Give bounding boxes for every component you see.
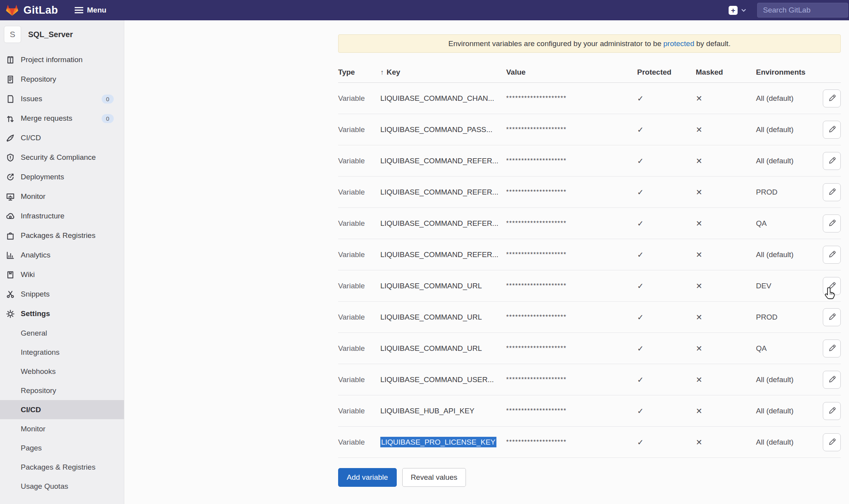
masked-cross-icon: ✕ [696,188,756,197]
variable-key-text: LIQUIBASE_COMMAND_URL [380,313,482,321]
reveal-values-button[interactable]: Reveal values [402,468,466,487]
protected-check-icon: ✓ [637,344,696,353]
sidebar-item-wiki[interactable]: Wiki [0,265,124,284]
sidebar-item-monitor[interactable]: Monitor [0,187,124,206]
sidebar-subitem-monitor[interactable]: Monitor [0,419,124,438]
variable-type: Variable [338,219,380,228]
project-header-link[interactable]: S SQL_Server [0,20,124,47]
sidebar-item-deployments[interactable]: Deployments [0,167,124,187]
edit-variable-button[interactable] [823,121,841,139]
variable-environments: All (default) [756,157,816,165]
variable-masked-value: ******************** [506,376,637,383]
variable-key: LIQUIBASE_COMMAND_CHAN... [380,94,506,103]
monitor-icon [5,192,15,201]
sidebar-subitem-integrations[interactable]: Integrations [0,343,124,362]
sidebar-subitem-repository[interactable]: Repository [0,381,124,400]
sidebar-item-project-information[interactable]: Project information [0,50,124,70]
edit-variable-button[interactable] [823,214,841,232]
sidebar-item-label: Issues [21,95,42,103]
sidebar-subitem-webhooks[interactable]: Webhooks [0,362,124,381]
variable-environments: DEV [756,282,816,290]
count-badge: 0 [102,114,114,123]
variable-key: LIQUIBASE_COMMAND_URL [380,344,506,353]
variable-environments: All (default) [756,407,816,415]
rocket-icon [5,133,15,143]
sidebar-item-security-compliance[interactable]: Security & Compliance [0,148,124,167]
edit-variable-button[interactable] [823,340,841,357]
deployments-icon [5,172,15,182]
sidebar-subitem-packages-registries[interactable]: Packages & Registries [0,458,124,477]
merge-requests-icon [5,114,15,123]
protected-check-icon: ✓ [637,375,696,384]
sidebar-subitem-pages[interactable]: Pages [0,438,124,458]
sidebar-item-repository[interactable]: Repository [0,70,124,89]
variable-row: VariableLIQUIBASE_HUB_API_KEY***********… [338,395,841,427]
banner-text: Environment variables are configured by … [448,39,661,48]
column-header-key[interactable]: ↑Key [380,68,506,77]
issues-icon [5,94,15,104]
edit-variable-button[interactable] [823,308,841,326]
count-badge: 0 [102,95,114,104]
menu-button-label: Menu [87,6,107,14]
edit-variable-button[interactable] [823,183,841,201]
edit-cell [816,340,841,357]
sidebar-item-merge-requests[interactable]: Merge requests0 [0,109,124,128]
sidebar-item-issues[interactable]: Issues0 [0,89,124,109]
sidebar-subitem-usage-quotas[interactable]: Usage Quotas [0,477,124,496]
column-header-protected: Protected [637,68,696,77]
sidebar-item-label: Analytics [21,251,50,259]
menu-button[interactable]: Menu [75,6,107,14]
variable-row: VariableLIQUIBASE_COMMAND_REFER...******… [338,208,841,239]
variable-key-text: LIQUIBASE_COMMAND_PASS... [380,125,493,134]
variable-key: LIQUIBASE_COMMAND_REFER... [380,188,506,197]
sidebar-item-packages-registries[interactable]: Packages & Registries [0,226,124,245]
sidebar-item-settings[interactable]: Settings [0,304,124,323]
snippets-icon [5,290,15,299]
masked-cross-icon: ✕ [696,219,756,228]
variable-key: LIQUIBASE_COMMAND_PASS... [380,125,506,134]
search-input[interactable] [757,3,848,18]
variables-table: Type ↑Key Value Protected Masked Environ… [338,62,841,458]
column-header-type: Type [338,68,380,77]
sidebar-item-analytics[interactable]: Analytics [0,245,124,265]
edit-variable-button[interactable] [823,277,841,295]
edit-cell [816,183,841,201]
variable-key: LIQUIBASE_COMMAND_USER... [380,375,506,384]
variable-masked-value: ******************** [506,345,637,352]
edit-variable-button[interactable] [823,152,841,170]
protected-check-icon: ✓ [637,406,696,416]
edit-variable-button[interactable] [823,433,841,451]
project-sidebar: S SQL_Server Project informationReposito… [0,20,124,504]
new-item-dropdown[interactable]: + [729,6,746,15]
variable-key-text: LIQUIBASE_COMMAND_REFER... [380,219,498,227]
add-variable-button[interactable]: Add variable [338,468,397,487]
edit-cell [816,89,841,107]
sort-ascending-icon: ↑ [380,68,384,76]
variable-type: Variable [338,157,380,165]
sidebar-item-infrastructure[interactable]: Infrastructure [0,206,124,226]
sidebar-subitem-ci-cd[interactable]: CI/CD [0,400,124,419]
protected-check-icon: ✓ [637,281,696,291]
protected-check-icon: ✓ [637,125,696,134]
variable-type: Variable [338,250,380,259]
gitlab-home-link[interactable]: GitLab [5,4,58,17]
variable-masked-value: ******************** [506,220,637,227]
variable-environments: PROD [756,188,816,197]
variable-environments: All (default) [756,125,816,134]
protected-link[interactable]: protected [663,39,694,48]
variable-key-text: LIQUIBASE_COMMAND_REFER... [380,157,498,165]
edit-variable-button[interactable] [823,402,841,420]
table-header-row: Type ↑Key Value Protected Masked Environ… [338,62,841,83]
edit-variable-button[interactable] [823,89,841,107]
sidebar-item-label: Monitor [21,192,45,201]
sidebar-item-ci-cd[interactable]: CI/CD [0,128,124,148]
hamburger-icon [75,7,83,14]
variable-masked-value: ******************** [506,251,637,258]
edit-variable-button[interactable] [823,371,841,389]
variable-row: VariableLIQUIBASE_COMMAND_CHAN...*******… [338,83,841,114]
edit-variable-button[interactable] [823,246,841,264]
sidebar-subitem-general[interactable]: General [0,323,124,343]
protected-check-icon: ✓ [637,313,696,322]
variable-masked-value: ******************** [506,439,637,446]
sidebar-item-snippets[interactable]: Snippets [0,284,124,304]
